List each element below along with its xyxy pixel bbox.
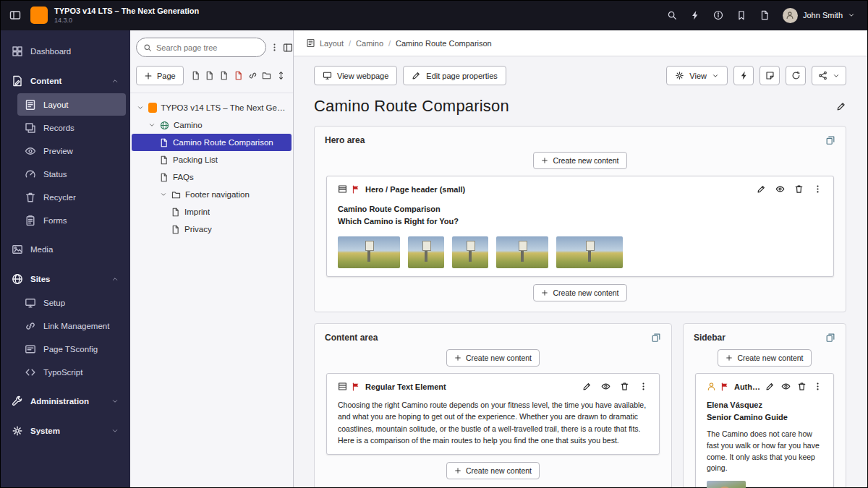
new-folder-drag-icon[interactable] xyxy=(260,67,273,85)
sidebar-item-typoscript[interactable]: TypoScript xyxy=(17,361,126,383)
breadcrumb-label: Camino xyxy=(356,39,383,48)
info-icon[interactable] xyxy=(707,4,729,26)
new-page-content-drag-icon[interactable] xyxy=(203,67,216,85)
page-icon xyxy=(159,173,169,182)
delete-icon[interactable] xyxy=(620,382,629,391)
create-content-button[interactable]: Create new content xyxy=(533,284,626,301)
visibility-toggle-icon[interactable] xyxy=(601,382,610,391)
tree-node-camino-route-comparison[interactable]: Camino Route Comparison xyxy=(132,134,292,151)
tree-node-packing-list[interactable]: Packing List xyxy=(130,151,293,168)
language-flag-icon xyxy=(352,382,360,391)
share-button[interactable] xyxy=(812,66,846,85)
create-content-button[interactable]: Create new content xyxy=(718,349,811,367)
paste-icon[interactable] xyxy=(651,333,661,343)
button-label: Edit page properties xyxy=(426,72,497,80)
sidebar-item-records[interactable]: Records xyxy=(17,116,126,139)
user-menu[interactable]: John Smith xyxy=(777,8,861,23)
edit-icon[interactable] xyxy=(582,382,592,391)
cache-button[interactable] xyxy=(733,66,754,85)
kebab-menu-icon[interactable] xyxy=(813,184,822,194)
sidebar-item-setup[interactable]: Setup xyxy=(17,291,126,314)
sidebar-item-layout[interactable]: Layout xyxy=(17,93,126,116)
layout-icon xyxy=(25,99,36,111)
chevron-down-icon[interactable] xyxy=(148,121,156,129)
kebab-menu-icon[interactable] xyxy=(639,382,648,391)
new-link-drag-icon[interactable] xyxy=(247,67,259,85)
sidebar-item-page-tsconfig[interactable]: Page TSconfig xyxy=(17,338,126,360)
sidebar-item-status[interactable]: Status xyxy=(17,163,126,185)
new-page-button[interactable]: Page xyxy=(136,66,184,85)
image-preview xyxy=(452,236,488,268)
view-mode-dropdown[interactable]: View xyxy=(666,66,728,85)
create-content-button[interactable]: Create new content xyxy=(533,152,626,169)
chevron-down-icon[interactable] xyxy=(159,191,168,198)
paste-icon[interactable] xyxy=(825,135,835,145)
edit-icon[interactable] xyxy=(757,184,766,194)
tree-node-camino[interactable]: Camino xyxy=(130,116,293,134)
tree-node-label: Packing List xyxy=(173,155,218,164)
page-icon xyxy=(171,225,181,234)
bookmark-icon[interactable] xyxy=(731,4,752,26)
sidebar-section-system[interactable]: System xyxy=(0,419,130,442)
tree-node-privacy[interactable]: Privacy xyxy=(130,221,293,238)
create-content-button[interactable]: Create new content xyxy=(446,462,540,479)
breadcrumb-module[interactable]: Layout xyxy=(306,38,344,48)
new-page-drag-icon[interactable] xyxy=(190,67,202,85)
sidebar-item-recycler[interactable]: Recycler xyxy=(17,186,126,208)
flush-cache-icon[interactable] xyxy=(684,4,706,26)
element-body-text: The Camino does not care how fast you wa… xyxy=(707,429,822,474)
breadcrumb-separator: / xyxy=(349,39,351,48)
modulemenu-toggle-icon[interactable] xyxy=(0,0,30,30)
search-icon[interactable] xyxy=(661,4,683,26)
tree-node-root[interactable]: TYPO3 v14 LTS – The Next Generation xyxy=(130,99,293,116)
hero-subheading: Which Camino is Right for You? xyxy=(338,215,822,228)
content-element-text[interactable]: Regular Text Element Choosing the right … xyxy=(326,373,660,455)
folder-icon xyxy=(171,190,182,200)
view-webpage-icon xyxy=(323,71,332,80)
search-input[interactable] xyxy=(156,43,259,52)
kebab-menu-icon[interactable] xyxy=(813,382,822,391)
page-tree-toolbar: Page xyxy=(130,63,293,93)
refresh-button[interactable] xyxy=(786,66,806,85)
button-label: Create new content xyxy=(737,354,803,362)
sidebar-item-link-management[interactable]: Link Management xyxy=(17,314,126,337)
sidebar-item-media[interactable]: Media xyxy=(0,237,130,261)
tree-move-icon[interactable] xyxy=(275,67,287,85)
documentation-icon[interactable] xyxy=(754,4,775,26)
element-title: Autho… xyxy=(734,382,760,391)
view-webpage-button[interactable]: View webpage xyxy=(314,66,397,85)
tree-node-footer-navigation[interactable]: Footer navigation xyxy=(130,186,293,203)
new-shortcut-drag-icon[interactable] xyxy=(218,67,230,85)
content-element-author[interactable]: Autho… Elena Vásquez Senior C xyxy=(695,373,834,488)
tree-node-faqs[interactable]: FAQs xyxy=(130,168,293,186)
new-spacer-drag-icon[interactable] xyxy=(232,67,244,85)
edit-title-icon[interactable] xyxy=(836,101,846,111)
visibility-toggle-icon[interactable] xyxy=(775,184,785,194)
sidebar-item-dashboard[interactable]: Dashboard xyxy=(0,39,130,63)
panel-toggle-icon[interactable] xyxy=(283,39,293,56)
page-icon xyxy=(171,207,181,217)
paste-icon[interactable] xyxy=(825,333,835,343)
image-preview xyxy=(556,236,623,268)
typo3-backend: TYPO3 v14 LTS – The Next Generation 14.3… xyxy=(0,0,868,488)
content-element-hero[interactable]: Hero / Page header (small) Camino Route … xyxy=(326,176,834,277)
visibility-toggle-icon[interactable] xyxy=(781,382,791,391)
delete-icon[interactable] xyxy=(797,382,807,391)
delete-icon[interactable] xyxy=(794,184,804,194)
sidebar-item-label: Page TSconfig xyxy=(43,345,98,354)
edit-icon[interactable] xyxy=(765,382,775,391)
breadcrumb-parent[interactable]: Camino xyxy=(356,39,383,48)
sidebar-section-administration[interactable]: Administration xyxy=(0,389,130,413)
tree-node-imprint[interactable]: Imprint xyxy=(130,203,293,221)
sidebar-section-label: Administration xyxy=(30,397,89,406)
sidebar-section-sites[interactable]: Sites xyxy=(0,267,130,291)
sidebar-section-content[interactable]: Content xyxy=(0,69,130,93)
tree-options-icon[interactable] xyxy=(270,39,279,56)
sidebar-item-forms[interactable]: Forms xyxy=(17,209,126,231)
note-button[interactable] xyxy=(760,66,780,85)
create-content-button[interactable]: Create new content xyxy=(446,349,540,367)
sidebar-item-preview[interactable]: Preview xyxy=(17,140,126,162)
edit-page-properties-button[interactable]: Edit page properties xyxy=(403,66,506,85)
chevron-down-icon[interactable] xyxy=(136,104,145,111)
content-submodules: Layout Records Preview Status Recycler xyxy=(0,93,130,231)
